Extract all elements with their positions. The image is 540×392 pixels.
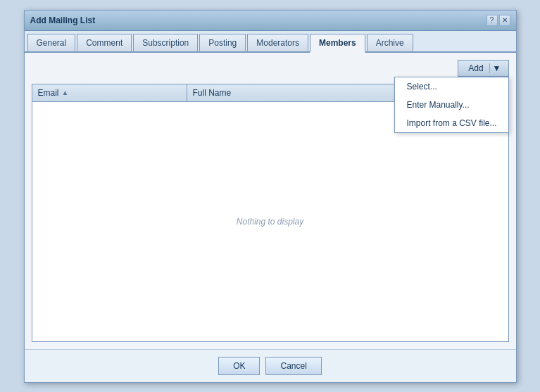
- ok-button[interactable]: OK: [218, 357, 260, 375]
- help-icon: ?: [490, 16, 494, 24]
- close-button[interactable]: ✕: [499, 15, 510, 26]
- dropdown-item-enter-manually[interactable]: Enter Manually...: [395, 96, 508, 114]
- dialog-footer: OK Cancel: [25, 349, 516, 382]
- add-button-label: Add: [463, 63, 489, 73]
- add-dropdown-menu: Select... Enter Manually... Import from …: [394, 77, 508, 133]
- close-icon: ✕: [502, 16, 508, 24]
- add-button-wrapper: Add ▼ Select... Enter Manually... Import…: [458, 60, 508, 77]
- help-button[interactable]: ?: [486, 15, 498, 26]
- tab-general[interactable]: General: [27, 34, 76, 51]
- title-bar: Add Mailing List ? ✕: [25, 11, 516, 31]
- tab-subscription[interactable]: Subscription: [133, 34, 198, 51]
- dialog-title: Add Mailing List: [30, 15, 96, 25]
- members-section: Add ▼ Select... Enter Manually... Import…: [32, 60, 509, 342]
- tab-bar: General Comment Subscription Posting Mod…: [25, 31, 516, 53]
- no-data-text: Nothing to display: [237, 217, 303, 227]
- cancel-button[interactable]: Cancel: [265, 357, 321, 375]
- tab-moderators[interactable]: Moderators: [247, 34, 308, 51]
- content-area: Add ▼ Select... Enter Manually... Import…: [25, 53, 516, 349]
- dropdown-item-import-csv[interactable]: Import from a CSV file...: [395, 114, 508, 132]
- col-email: Email ▲: [32, 84, 187, 101]
- title-bar-buttons: ? ✕: [486, 15, 510, 26]
- tab-members[interactable]: Members: [310, 34, 365, 53]
- members-toolbar: Add ▼ Select... Enter Manually... Import…: [32, 60, 509, 77]
- tab-archive[interactable]: Archive: [367, 34, 413, 51]
- dropdown-item-select[interactable]: Select...: [395, 77, 508, 96]
- dropdown-arrow-icon[interactable]: ▼: [490, 63, 504, 73]
- add-mailing-list-dialog: Add Mailing List ? ✕ General Comment Sub…: [24, 10, 517, 383]
- tab-comment[interactable]: Comment: [77, 34, 132, 51]
- tab-posting[interactable]: Posting: [199, 34, 246, 51]
- sort-asc-icon: ▲: [62, 89, 69, 96]
- add-button[interactable]: Add ▼: [458, 60, 508, 77]
- table-body: Nothing to display: [32, 102, 508, 341]
